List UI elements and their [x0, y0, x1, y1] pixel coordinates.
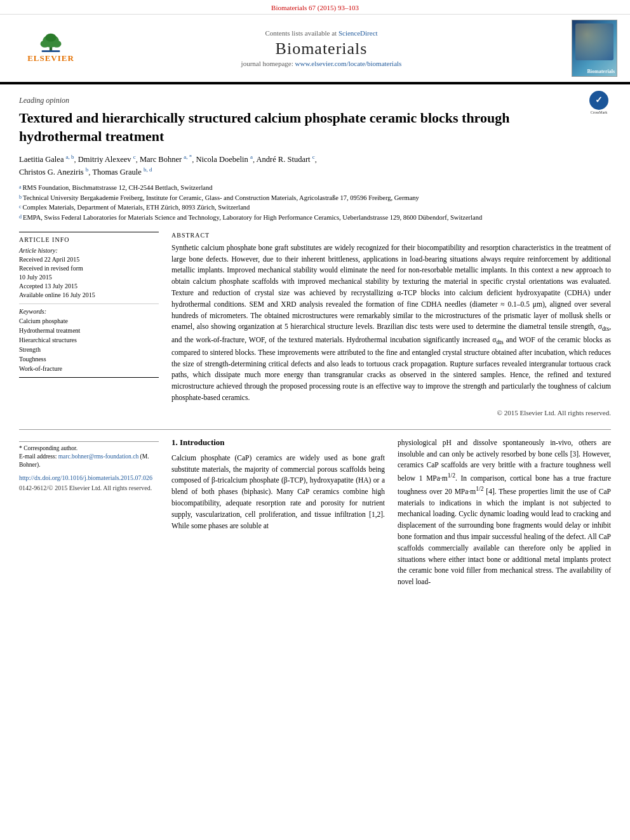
author-1: Laetitia Galea a, b: [19, 155, 74, 164]
sciencedirect-label: Contents lists available at: [265, 29, 337, 37]
sciencedirect-link[interactable]: ScienceDirect: [338, 29, 378, 37]
article-title: Textured and hierarchically structured c…: [19, 109, 611, 145]
keyword-6: Work-of-fracture: [19, 364, 159, 373]
section-title: Introduction: [180, 437, 225, 447]
affil-a: a RMS Foundation, Bischmattstrasse 12, C…: [19, 183, 611, 193]
sciencedirect-line: Contents lists available at ScienceDirec…: [265, 29, 377, 37]
body-left-column: * Corresponding author. E-mail address: …: [19, 437, 159, 593]
homepage-label: journal homepage:: [241, 60, 293, 67]
keyword-1: Calcium phosphate: [19, 316, 159, 326]
received-date: Received 22 April 2015: [19, 255, 159, 264]
intro-heading: 1. Introduction: [171, 437, 385, 448]
author-2: Dmitriy Alexeev c: [78, 155, 136, 164]
homepage-link[interactable]: www.elsevier.com/locate/biomaterials: [295, 60, 402, 67]
email-note: E-mail address: marc.bohner@rms-foundati…: [19, 453, 159, 470]
email-link[interactable]: marc.bohner@rms-foundation.ch: [58, 453, 138, 460]
revised-date: 10 July 2015: [19, 273, 159, 282]
intro-paragraph-2: physiological pH and dissolve spontaneou…: [398, 437, 611, 588]
cover-journal-label: Biomaterials: [574, 69, 615, 74]
keyword-5: Toughness: [19, 354, 159, 364]
keyword-4: Strength: [19, 345, 159, 354]
accepted-date: Accepted 13 July 2015: [19, 282, 159, 291]
keyword-2: Hydrothermal treatment: [19, 326, 159, 335]
cover-image-area: Biomaterials: [554, 20, 617, 77]
left-column: ARTICLE INFO Article history: Received 2…: [19, 232, 159, 417]
authors-line: Laetitia Galea a, b, Dmitriy Alexeev c, …: [19, 153, 611, 178]
two-column-section: ARTICLE INFO Article history: Received 2…: [19, 232, 611, 417]
issn-copyright: 0142-9612/© 2015 Elsevier Ltd. All right…: [19, 484, 159, 493]
abstract-copyright: © 2015 Elsevier Ltd. All rights reserved…: [171, 409, 611, 417]
intro-columns: 1. Introduction Calcium phosphate (CaP) …: [171, 437, 611, 593]
doi-line: http://dx.doi.org/10.1016/j.biomaterials…: [19, 474, 159, 483]
publisher-logo-area: ELSEVIER: [13, 33, 89, 63]
intro-paragraph-1: Calcium phosphate (CaP) ceramics are wid…: [171, 453, 385, 532]
article-content: Leading opinion ✓ CrossMark Textured and…: [0, 83, 630, 606]
journal-cover-image: Biomaterials: [572, 20, 617, 77]
elsevier-tree-logo: [32, 33, 70, 52]
journal-citation: Biomaterials 67 (2015) 93–103: [0, 0, 630, 15]
crossmark-icon: ✓: [589, 91, 608, 110]
online-date: Available online 16 July 2015: [19, 291, 159, 300]
journal-title: Biomaterials: [276, 39, 368, 58]
info-divider: [19, 303, 159, 304]
author-4: Nicola Doebelin a: [196, 155, 253, 164]
abstract-text: Synthetic calcium phosphate bone graft s…: [171, 243, 611, 404]
email-label: E-mail address:: [19, 453, 58, 460]
main-body-section: * Corresponding author. E-mail address: …: [19, 429, 611, 593]
crossmark-badge[interactable]: ✓ CrossMark: [587, 90, 611, 114]
keywords-list: Calcium phosphate Hydrothermal treatment…: [19, 316, 159, 373]
keyword-3: Hierarchical structures: [19, 335, 159, 345]
affil-b: b Technical University Bergakademie Frei…: [19, 194, 611, 203]
corresponding-note: * Corresponding author.: [19, 444, 159, 453]
journal-header: ELSEVIER Contents lists available at Sci…: [0, 15, 630, 83]
author-5: André R. Studart c: [257, 155, 315, 164]
keywords-label: Keywords:: [19, 308, 159, 315]
citation-text: Biomaterials 67 (2015) 93–103: [271, 4, 359, 11]
journal-title-area: Contents lists available at ScienceDirec…: [89, 29, 554, 67]
elsevier-label: ELSEVIER: [27, 53, 74, 63]
svg-rect-5: [42, 50, 60, 52]
crossmark-badge-area[interactable]: ✓ CrossMark: [587, 90, 611, 114]
abstract-title: ABSTRACT: [171, 232, 611, 239]
crossmark-label: CrossMark: [591, 110, 608, 114]
body-right-column: 1. Introduction Calcium phosphate (CaP) …: [171, 437, 611, 593]
author-3: Marc Bohner a, *: [140, 155, 192, 164]
doi-link[interactable]: http://dx.doi.org/10.1016/j.biomaterials…: [19, 474, 152, 481]
intro-right-subcol: physiological pH and dissolve spontaneou…: [398, 437, 611, 593]
article-section-type: Leading opinion: [19, 96, 611, 105]
history-label: Article history:: [19, 247, 159, 254]
affil-c: c Complex Materials, Department of Mater…: [19, 203, 611, 213]
affiliations-section: a RMS Foundation, Bischmattstrasse 12, C…: [19, 183, 611, 223]
section-number: 1.: [171, 437, 178, 447]
right-column: ABSTRACT Synthetic calcium phosphate bon…: [171, 232, 611, 417]
svg-point-2: [41, 40, 50, 47]
article-info-title: ARTICLE INFO: [19, 236, 159, 243]
author-7: Thomas Graule b, d: [92, 168, 152, 177]
svg-point-3: [52, 40, 61, 47]
revised-label: Received in revised form: [19, 264, 159, 273]
article-info-box: ARTICLE INFO Article history: Received 2…: [19, 232, 159, 378]
copyright-text: © 2015 Elsevier Ltd. All rights reserved…: [497, 409, 611, 417]
homepage-line: journal homepage: www.elsevier.com/locat…: [241, 60, 402, 67]
svg-point-4: [45, 34, 56, 42]
intro-left-subcol: 1. Introduction Calcium phosphate (CaP) …: [171, 437, 385, 593]
author-6: Christos G. Aneziris b: [19, 168, 88, 177]
footnote-area: * Corresponding author. E-mail address: …: [19, 441, 159, 493]
affil-d: d EMPA, Swiss Federal Laboratories for M…: [19, 213, 611, 223]
